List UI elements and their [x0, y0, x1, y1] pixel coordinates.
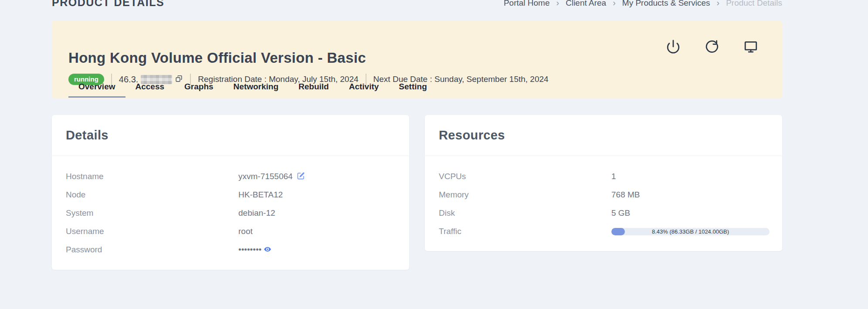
breadcrumb-client-area[interactable]: Client Area [566, 0, 606, 8]
tab-setting[interactable]: Setting [389, 77, 437, 98]
chevron-right-icon: › [613, 0, 616, 8]
chevron-right-icon: › [556, 0, 559, 8]
row-label: Disk [439, 208, 611, 218]
edit-hostname-button[interactable] [297, 172, 305, 181]
node-value: HK-BETA12 [238, 190, 283, 200]
row-label: Node [66, 190, 238, 200]
password-masked-value: •••••••• [238, 245, 261, 255]
traffic-usage-text: 8.43% (86.33GB / 1024.00GB) [611, 228, 770, 235]
detail-row-node: Node HK-BETA12 [66, 186, 395, 204]
tab-activity[interactable]: Activity [339, 77, 389, 98]
resource-row-disk: Disk 5 GB [439, 204, 768, 222]
tab-graphs[interactable]: Graphs [174, 77, 224, 98]
product-title: Hong Kong Volume Official Version - Basi… [68, 50, 366, 66]
show-password-button[interactable] [264, 245, 271, 255]
resource-row-memory: Memory 768 MB [439, 186, 768, 204]
product-details-page: PRODUCT DETAILS Portal Home › Client Are… [0, 0, 868, 309]
detail-row-password: Password •••••••• [66, 241, 395, 259]
row-label: Hostname [66, 172, 238, 181]
disk-value: 5 GB [611, 208, 630, 218]
details-card-title: Details [52, 115, 409, 156]
eye-icon [264, 245, 271, 255]
traffic-progress-bar: 8.43% (86.33GB / 1024.00GB) [611, 228, 770, 235]
tab-access[interactable]: Access [125, 77, 175, 98]
vcpus-value: 1 [611, 172, 616, 181]
resource-row-traffic: Traffic 8.43% (86.33GB / 1024.00GB) [439, 222, 768, 241]
detail-row-hostname: Hostname yxvm-7155064 [66, 167, 395, 186]
row-label: Memory [439, 190, 611, 200]
breadcrumb-my-products-services[interactable]: My Products & Services [622, 0, 710, 8]
console-button[interactable] [743, 39, 758, 54]
row-label: System [66, 208, 238, 218]
memory-value: 768 MB [611, 190, 640, 200]
resources-card-title: Resources [425, 115, 782, 156]
tab-overview[interactable]: Overview [68, 77, 125, 98]
details-card: Details Hostname yxvm-7155064 [52, 115, 409, 270]
detail-row-username: Username root [66, 222, 395, 241]
row-label: VCPUs [439, 172, 611, 181]
product-tabs: Overview Access Graphs Networking Rebuil… [68, 77, 437, 98]
breadcrumb-portal-home[interactable]: Portal Home [504, 0, 550, 8]
system-value: debian-12 [238, 208, 275, 218]
username-value: root [238, 227, 253, 236]
breadcrumb: Portal Home › Client Area › My Products … [52, 0, 782, 8]
row-label: Traffic [439, 227, 611, 236]
chevron-right-icon: › [716, 0, 719, 8]
power-button[interactable] [666, 39, 681, 54]
detail-row-system: System debian-12 [66, 204, 395, 222]
refresh-icon [705, 39, 719, 54]
tab-networking[interactable]: Networking [224, 77, 288, 98]
resources-card: Resources VCPUs 1 Memory 768 MB Disk 5 G… [425, 115, 782, 251]
edit-icon [297, 172, 305, 181]
tab-rebuild[interactable]: Rebuild [288, 77, 339, 98]
product-hero-card: Hong Kong Volume Official Version - Basi… [52, 21, 782, 98]
resource-row-vcpus: VCPUs 1 [439, 167, 768, 186]
server-action-buttons [666, 39, 758, 54]
reboot-button[interactable] [705, 39, 719, 54]
row-label: Username [66, 227, 238, 236]
row-label: Password [66, 245, 238, 255]
console-icon [743, 39, 758, 54]
hostname-value: yxvm-7155064 [238, 172, 293, 181]
breadcrumb-product-details: Product Details [726, 0, 782, 8]
power-icon [666, 39, 681, 54]
